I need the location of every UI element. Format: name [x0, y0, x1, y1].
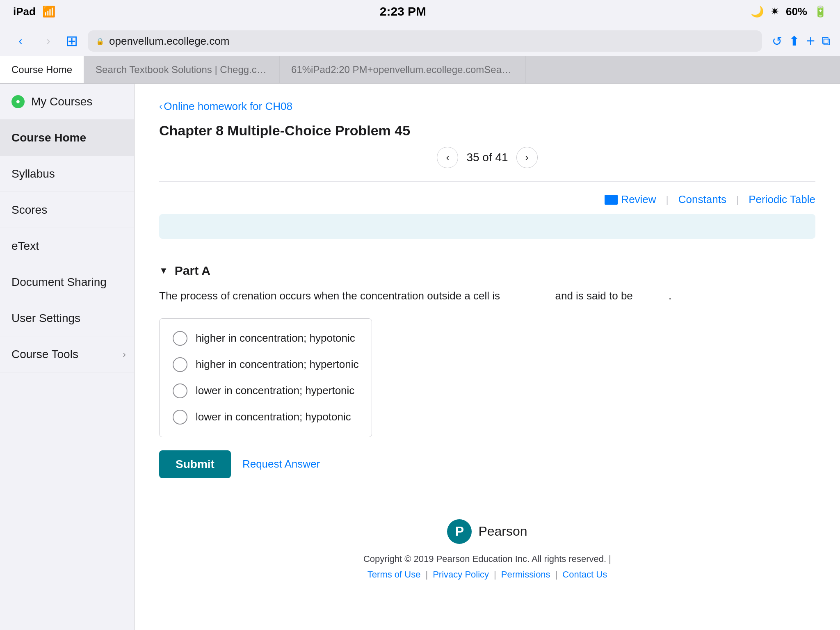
back-button[interactable]: ‹ [10, 30, 31, 52]
permissions-link[interactable]: Permissions [501, 569, 550, 580]
option-1[interactable]: higher in concentration; hypotonic [169, 325, 362, 352]
address-bar[interactable]: 🔒 openvellum.ecollege.com [88, 30, 762, 52]
moon-icon: 🌙 [751, 5, 764, 18]
blank-2 [636, 288, 669, 305]
action-row: Submit Request Answer [159, 450, 815, 478]
status-left: iPad 📶 [13, 5, 55, 18]
sidebar-item-course-tools[interactable]: Course Tools › [0, 336, 134, 372]
bookmarks-button[interactable]: ⊞ [66, 32, 78, 50]
green-dot-icon: ● [11, 95, 25, 108]
new-tab-button[interactable]: + [806, 32, 815, 50]
content-area: ‹ Online homework for CH08 Chapter 8 Mul… [135, 84, 840, 630]
periodic-table-button[interactable]: Periodic Table [749, 193, 815, 206]
pearson-p-icon: P [447, 519, 472, 544]
tab-chegg[interactable]: Search Textbook Solutions | Chegg.com [84, 56, 280, 83]
tab-bar: Course Home Search Textbook Solutions | … [0, 56, 840, 84]
question-banner [159, 214, 815, 239]
sidebar-item-syllabus[interactable]: Syllabus [0, 156, 134, 192]
sidebar-item-user-settings[interactable]: User Settings [0, 300, 134, 336]
terms-link[interactable]: Terms of Use [368, 569, 421, 580]
bluetooth-icon: ✴ [770, 5, 779, 18]
footer-links: Terms of Use | Privacy Policy | Permissi… [167, 569, 807, 580]
footer-sep-3: | [555, 569, 558, 580]
reload-button[interactable]: ↺ [772, 34, 782, 48]
time-display: 2:23 PM [380, 5, 426, 18]
battery-icon: 🔋 [814, 5, 827, 18]
status-bar: iPad 📶 2:23 PM 🌙 ✴ 60% 🔋 [0, 0, 840, 23]
review-icon [605, 195, 618, 205]
tabs-button[interactable]: ⧉ [822, 34, 830, 48]
option-3[interactable]: lower in concentration; hypertonic [169, 378, 362, 404]
chevron-right-icon: › [123, 349, 126, 360]
problem-title: Chapter 8 Multiple-Choice Problem 45 [159, 123, 815, 139]
sidebar-item-course-home[interactable]: Course Home [0, 120, 134, 156]
browser-chrome: ‹ › ⊞ 🔒 openvellum.ecollege.com ↺ ⬆ + ⧉ [0, 23, 840, 56]
wifi-icon: 📶 [42, 5, 55, 18]
review-button[interactable]: Review [605, 193, 656, 206]
toolbar-sep-2: | [736, 194, 739, 205]
options-box: higher in concentration; hypotonic highe… [159, 318, 372, 437]
option-2[interactable]: higher in concentration; hypertonic [169, 352, 362, 378]
radio-4[interactable] [173, 410, 187, 425]
main-layout: ● My Courses Course Home Syllabus Scores… [0, 84, 840, 630]
blank-1 [503, 288, 552, 305]
forward-button[interactable]: › [38, 30, 59, 52]
radio-1[interactable] [173, 331, 187, 346]
question-text: The process of crenation occurs when the… [159, 288, 815, 305]
toolbar: Review | Constants | Periodic Table [159, 193, 815, 206]
sidebar: ● My Courses Course Home Syllabus Scores… [0, 84, 135, 630]
tab-other[interactable]: 61%iPad2:20 PM+openvellum.ecollege.comSe… [280, 56, 526, 83]
page-info: 35 of 41 [466, 151, 508, 164]
lock-icon: 🔒 [96, 37, 104, 45]
divider-1 [159, 181, 815, 182]
contact-link[interactable]: Contact Us [562, 569, 607, 580]
footer-sep-1: | [425, 569, 428, 580]
prev-problem-button[interactable]: ‹ [437, 147, 458, 168]
next-problem-button[interactable]: › [516, 147, 538, 168]
constants-button[interactable]: Constants [678, 193, 726, 206]
part-a-label: Part A [175, 264, 210, 278]
pagination: ‹ 35 of 41 › [159, 147, 815, 168]
pearson-logo: P Pearson [167, 519, 807, 544]
copyright-text: Copyright © 2019 Pearson Education Inc. … [167, 554, 807, 564]
status-right: 🌙 ✴ 60% 🔋 [751, 5, 827, 18]
option-4[interactable]: lower in concentration; hypotonic [169, 404, 362, 430]
submit-button[interactable]: Submit [159, 450, 231, 478]
pearson-footer: P Pearson Copyright © 2019 Pearson Educa… [159, 503, 815, 588]
share-button[interactable]: ⬆ [789, 33, 800, 49]
collapse-arrow-icon[interactable]: ▼ [159, 265, 168, 276]
part-a-header: ▼ Part A [159, 264, 815, 278]
carrier-label: iPad [13, 5, 36, 18]
toolbar-sep-1: | [666, 194, 669, 205]
tab-course-home[interactable]: Course Home [0, 56, 84, 83]
sidebar-item-document-sharing[interactable]: Document Sharing [0, 264, 134, 300]
sidebar-item-scores[interactable]: Scores [0, 192, 134, 228]
request-answer-link[interactable]: Request Answer [242, 458, 320, 470]
sidebar-item-my-courses[interactable]: ● My Courses [0, 84, 134, 120]
breadcrumb-chevron-icon: ‹ [159, 101, 162, 112]
footer-sep-2: | [494, 569, 496, 580]
pearson-name: Pearson [478, 524, 527, 539]
privacy-link[interactable]: Privacy Policy [433, 569, 489, 580]
radio-3[interactable] [173, 383, 187, 398]
battery-label: 60% [786, 5, 807, 18]
part-a-section: ▼ Part A The process of crenation occurs… [159, 252, 815, 478]
sidebar-item-etext[interactable]: eText [0, 228, 134, 264]
url-display: openvellum.ecollege.com [109, 35, 229, 48]
radio-2[interactable] [173, 357, 187, 372]
breadcrumb[interactable]: ‹ Online homework for CH08 [159, 100, 815, 113]
